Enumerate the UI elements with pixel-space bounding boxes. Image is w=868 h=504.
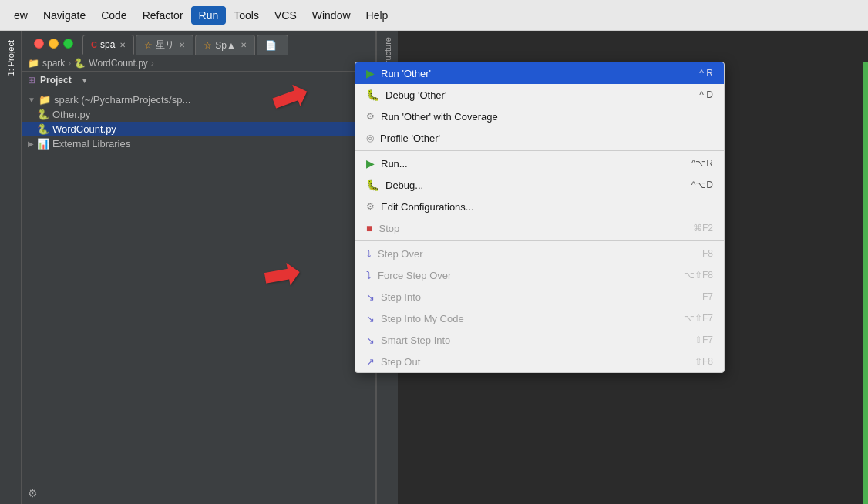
menu-step-over-label: Step Over — [378, 248, 423, 260]
menu-force-step-over-label: Force Step Over — [378, 270, 451, 281]
tree-item-wordcount[interactable]: 🐍 WordCount.py — [22, 122, 375, 136]
left-tab-bar: 1: Project — [0, 31, 22, 504]
menu-step-out-label: Step Out — [381, 356, 420, 368]
step-into-icon: ↘ — [366, 291, 375, 303]
smart-step-into-icon: ↘ — [366, 334, 375, 346]
menu-run-other-label: Run 'Other' — [381, 68, 431, 79]
breadcrumb: 📁 spark › 🐍 WordCount.py › — [22, 55, 375, 72]
step-into-my-code-icon: ↘ — [366, 313, 375, 324]
debug-icon-1: 🐛 — [366, 89, 379, 101]
menu-window[interactable]: Window — [304, 6, 358, 25]
menu-refactor[interactable]: Refactor — [135, 6, 191, 25]
run-icon-2: ▶ — [366, 157, 375, 170]
menu-edit-config-label: Edit Configurations... — [381, 201, 474, 213]
minimize-button[interactable] — [49, 39, 59, 49]
menu-edit-config[interactable]: ⚙ Edit Configurations... — [355, 196, 724, 217]
menu-step-over-shortcut: F8 — [702, 248, 713, 259]
menu-profile-other-label: Profile 'Other' — [380, 133, 440, 144]
bottom-tools: ⚙ — [22, 482, 375, 504]
sidebar: C spa ✕ ☆ 星リ ✕ ☆ Sp▲ ✕ 📄 📁 spark › 🐍 — [22, 31, 376, 504]
tab-sp[interactable]: ☆ Sp▲ ✕ — [195, 35, 255, 55]
star-icon-2: ☆ — [204, 40, 212, 51]
menu-step-into-my-code-label: Step Into My Code — [381, 313, 464, 324]
config-icon: ⚙ — [366, 201, 375, 212]
menu-smart-step-into-shortcut: ⇧F7 — [695, 334, 713, 345]
breadcrumb-wordcount[interactable]: WordCount.py — [89, 58, 147, 69]
tree-label-spark: spark (~/PycharmProjects/sp... — [54, 94, 190, 106]
menu-step-into-my-code: ↘ Step Into My Code ⌥⇧F7 — [355, 307, 724, 329]
menu-run-dots[interactable]: ▶ Run... ^⌥R — [355, 153, 724, 174]
lib-icon: 📊 — [37, 138, 49, 150]
menu-tools[interactable]: Tools — [226, 6, 267, 25]
step-out-icon: ↗ — [366, 356, 375, 368]
menu-run-coverage-label: Run 'Other' with Coverage — [381, 111, 498, 123]
separator-1 — [355, 150, 724, 151]
dropdown-menu: ▶ Run 'Other' ^ R 🐛 Debug 'Other' ^ D ⚙ … — [355, 62, 725, 373]
menu-help[interactable]: Help — [358, 6, 396, 25]
menu-debug-dots-shortcut: ^⌥D — [691, 180, 713, 190]
tab-sp-close[interactable]: ✕ — [241, 41, 247, 49]
menu-bar: ew Navigate Code Refactor Run Tools VCS … — [0, 0, 868, 31]
stop-icon: ■ — [366, 222, 372, 234]
debug-icon-2: 🐛 — [366, 179, 379, 191]
file-icon: 📄 — [265, 40, 277, 51]
menu-step-out-shortcut: ⇧F8 — [695, 356, 713, 367]
tab-spa-label: spa — [100, 39, 115, 50]
menu-run-other[interactable]: ▶ Run 'Other' ^ R — [355, 62, 724, 84]
menu-stop-label: Stop — [378, 223, 399, 234]
menu-ew[interactable]: ew — [6, 6, 35, 25]
menu-force-step-over-shortcut: ⌥⇧F8 — [684, 270, 713, 281]
menu-step-into-label: Step Into — [381, 291, 421, 303]
tab-spa-close[interactable]: ✕ — [119, 41, 126, 49]
tab-hoshi[interactable]: ☆ 星リ ✕ — [136, 35, 193, 55]
coverage-icon: ⚙ — [366, 111, 375, 122]
menu-stop-shortcut: ⌘F2 — [693, 223, 713, 234]
menu-debug-other[interactable]: 🐛 Debug 'Other' ^ D — [355, 84, 724, 106]
c-icon: C — [91, 40, 97, 49]
tree-item-ext-libs[interactable]: ▶ 📊 External Libraries — [22, 136, 375, 151]
menu-step-over: ⤵ Step Over F8 — [355, 243, 724, 264]
menu-run-dots-label: Run... — [381, 158, 408, 170]
menu-navigate[interactable]: Navigate — [35, 6, 93, 25]
menu-step-into-shortcut: F7 — [702, 291, 713, 302]
close-button[interactable] — [34, 39, 44, 49]
maximize-button[interactable] — [63, 39, 73, 49]
panel-icon: ⊞ — [28, 75, 35, 86]
menu-code[interactable]: Code — [93, 6, 134, 25]
tree-label-wordcount: WordCount.py — [52, 123, 116, 135]
traffic-lights — [25, 32, 82, 55]
run-dropdown: ▶ Run 'Other' ^ R 🐛 Debug 'Other' ^ D ⚙ … — [355, 62, 725, 373]
sidebar-item-project[interactable]: 1: Project — [3, 34, 19, 82]
menu-step-into: ↘ Step Into F7 — [355, 286, 724, 307]
tab-hoshi-label: 星リ — [156, 39, 174, 52]
profile-icon: ◎ — [366, 133, 374, 143]
tree-arrow-extlibs: ▶ — [28, 139, 34, 148]
ide-body: 1: Project C spa ✕ ☆ 星リ ✕ ☆ Sp▲ — [0, 31, 868, 504]
editor-tabs: C spa ✕ ☆ 星リ ✕ ☆ Sp▲ ✕ 📄 — [22, 31, 375, 55]
tab-spa[interactable]: C spa ✕ — [82, 35, 134, 55]
separator-2 — [355, 240, 724, 241]
menu-run[interactable]: Run — [191, 6, 227, 25]
tab-hoshi-close[interactable]: ✕ — [179, 41, 185, 49]
py-icon-other: 🐍 — [37, 109, 49, 120]
menu-force-step-over: ⤵ Force Step Over ⌥⇧F8 — [355, 264, 724, 286]
menu-vcs[interactable]: VCS — [267, 6, 304, 25]
gear-icon[interactable]: ⚙ — [28, 487, 38, 499]
run-icon-1: ▶ — [366, 67, 375, 79]
tree-item-other[interactable]: 🐍 Other.py — [22, 107, 375, 122]
menu-smart-step-into: ↘ Smart Step Into ⇧F7 — [355, 329, 724, 351]
tab-sp-label: Sp▲ — [215, 40, 236, 51]
tree-item-spark[interactable]: ▼ 📁 spark (~/PycharmProjects/sp... — [22, 92, 375, 107]
menu-run-coverage[interactable]: ⚙ Run 'Other' with Coverage — [355, 106, 724, 127]
menu-step-out: ↗ Step Out ⇧F8 — [355, 351, 724, 372]
menu-debug-dots-label: Debug... — [385, 180, 423, 191]
breadcrumb-spark[interactable]: spark — [42, 58, 65, 69]
panel-dropdown-arrow[interactable]: ▼ — [81, 76, 89, 85]
menu-debug-dots[interactable]: 🐛 Debug... ^⌥D — [355, 174, 724, 196]
menu-smart-step-into-label: Smart Step Into — [381, 334, 450, 346]
menu-profile-other[interactable]: ◎ Profile 'Other' — [355, 127, 724, 149]
menu-run-dots-shortcut: ^⌥R — [691, 158, 713, 169]
tab-blank[interactable]: 📄 — [257, 35, 288, 55]
breadcrumb-icon-folder: 📁 — [28, 58, 39, 69]
breadcrumb-sep-1: › — [68, 58, 71, 69]
